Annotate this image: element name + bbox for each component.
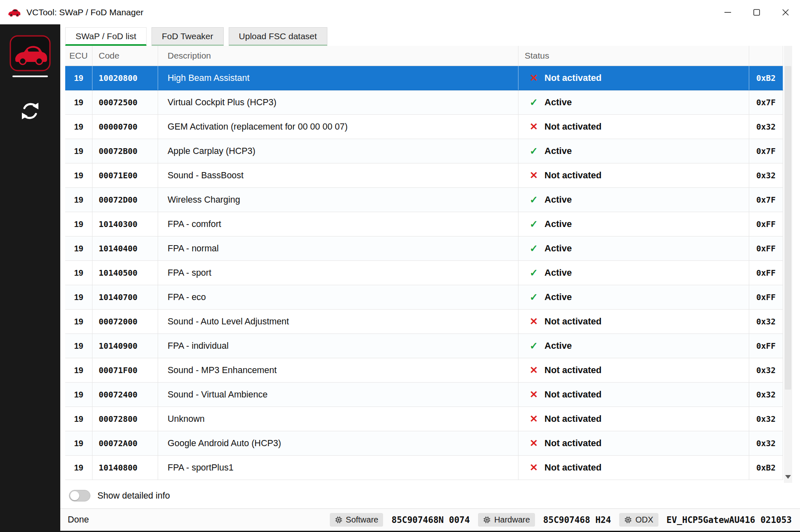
ecu-cell: 19	[65, 115, 92, 139]
tab-fod-tweaker[interactable]: FoD Tweaker	[151, 27, 224, 46]
value-cell: 0xFF	[749, 261, 783, 285]
minimize-button[interactable]	[713, 0, 742, 24]
column-header-status[interactable]: Status	[518, 46, 749, 66]
value-cell: 0x32	[749, 407, 783, 431]
check-icon: ✓	[530, 292, 538, 302]
scroll-down-button[interactable]	[784, 471, 792, 482]
value-cell: 0x32	[749, 310, 783, 333]
toggle-label: Show detailed info	[97, 491, 170, 501]
table-row[interactable]: 19 10140300 FPA - comfort ✓ Active 0xFF	[65, 212, 783, 236]
status-bar: Done Software 85C907468N 0074 Hardware 8…	[60, 508, 800, 531]
value-cell: 0x32	[749, 358, 783, 382]
refresh-button[interactable]	[19, 100, 41, 122]
code-cell: 10140400	[92, 236, 158, 260]
status-label: Active	[544, 267, 572, 278]
show-detailed-info-toggle[interactable]	[69, 490, 90, 501]
status-cell: ✓ Active	[518, 334, 749, 358]
odx-version: EV_HCP5GatewAU416 021053	[667, 515, 792, 525]
description-cell: FPA - sportPlus1	[158, 456, 518, 480]
status-text: Done	[68, 515, 89, 525]
table-row[interactable]: 19 10140500 FPA - sport ✓ Active 0xFF	[65, 261, 783, 285]
code-cell: 00071F00	[92, 358, 158, 382]
ecu-cell: 19	[65, 431, 92, 455]
description-cell: Sound - Virtual Ambience	[158, 383, 518, 407]
status-cell: ✕ Not activated	[518, 115, 749, 139]
status-cell: ✓ Active	[518, 139, 749, 163]
table-row[interactable]: 19 10140700 FPA - eco ✓ Active 0xFF	[65, 285, 783, 310]
detail-toggle-row: Show detailed info	[60, 483, 800, 508]
code-cell: 10140700	[92, 285, 158, 309]
value-cell: 0x32	[749, 383, 783, 407]
close-button[interactable]	[771, 0, 800, 24]
ecu-cell: 19	[65, 163, 92, 187]
value-cell: 0x7F	[749, 90, 783, 114]
cross-icon: ✕	[530, 390, 538, 400]
status-label: Not activated	[544, 462, 601, 473]
ecu-cell: 19	[65, 261, 92, 285]
check-icon: ✓	[530, 146, 538, 156]
sidebar	[0, 24, 60, 531]
window-controls	[713, 0, 800, 24]
status-label: Active	[544, 146, 572, 156]
vertical-scrollbar[interactable]	[784, 46, 792, 483]
table-row[interactable]: 19 00071E00 Sound - BassBoost ✕ Not acti…	[65, 163, 783, 188]
ecu-cell: 19	[65, 456, 92, 480]
status-label: Active	[544, 194, 572, 205]
column-header-code[interactable]: Code	[92, 46, 158, 66]
description-cell: FPA - eco	[158, 285, 518, 309]
table-row[interactable]: 19 10140900 FPA - individual ✓ Active 0x…	[65, 334, 783, 358]
value-cell: 0x32	[749, 431, 783, 455]
status-cell: ✕ Not activated	[518, 456, 749, 480]
value-cell: 0xFF	[749, 236, 783, 260]
table-row[interactable]: 19 00072B00 Apple Carplay (HCP3) ✓ Activ…	[65, 139, 783, 163]
status-label: Active	[544, 340, 572, 351]
status-label: Not activated	[544, 414, 601, 424]
table-row[interactable]: 19 00072500 Virtual Cockpit Plus (HCP3) …	[65, 90, 783, 115]
status-cell: ✕ Not activated	[518, 310, 749, 333]
column-header-value[interactable]	[749, 46, 783, 66]
main-panel: SWaP / FoD list FoD Tweaker Upload FSC d…	[60, 24, 800, 531]
status-label: Active	[544, 219, 572, 229]
table-row[interactable]: 19 10020800 High Beam Assistant ✕ Not ac…	[65, 66, 783, 90]
table-row[interactable]: 19 10140400 FPA - normal ✓ Active 0xFF	[65, 236, 783, 261]
column-header-ecu[interactable]: ECU	[65, 46, 92, 66]
table-row[interactable]: 19 00072400 Sound - Virtual Ambience ✕ N…	[65, 383, 783, 407]
software-version: 85C907468N 0074	[391, 515, 470, 525]
column-header-description[interactable]: Description	[158, 46, 518, 66]
description-cell: High Beam Assistant	[158, 66, 518, 90]
ecu-cell: 19	[65, 383, 92, 407]
scrollbar-thumb[interactable]	[785, 66, 791, 390]
tab-swap-fod-list[interactable]: SWaP / FoD list	[65, 27, 147, 46]
cross-icon: ✕	[530, 317, 538, 326]
value-cell: 0x7F	[749, 188, 783, 212]
cross-icon: ✕	[530, 463, 538, 473]
code-cell: 00072500	[92, 90, 158, 114]
table-row[interactable]: 19 10140800 FPA - sportPlus1 ✕ Not activ…	[65, 456, 783, 480]
value-cell: 0xB2	[749, 456, 783, 480]
status-cell: ✓ Active	[518, 188, 749, 212]
sidebar-divider	[12, 76, 48, 77]
chip-icon	[483, 516, 491, 524]
hardware-version: 85C907468 H24	[543, 515, 611, 525]
status-label: Active	[544, 97, 572, 108]
table-body: 19 10020800 High Beam Assistant ✕ Not ac…	[65, 66, 783, 480]
table-row[interactable]: 19 00072D00 Wireless Charging ✓ Active 0…	[65, 188, 783, 212]
code-cell: 00072D00	[92, 188, 158, 212]
table-row[interactable]: 19 00072800 Unknown ✕ Not activated 0x32	[65, 407, 783, 431]
app-logo-icon	[9, 34, 52, 72]
code-cell: 00072800	[92, 407, 158, 431]
status-label: Active	[544, 292, 572, 303]
status-label: Not activated	[544, 365, 601, 376]
table-row[interactable]: 19 00071F00 Sound - MP3 Enhancement ✕ No…	[65, 358, 783, 383]
value-cell: 0x32	[749, 115, 783, 139]
table-row[interactable]: 19 00000700 GEM Activation (replacement …	[65, 115, 783, 139]
ecu-cell: 19	[65, 90, 92, 114]
check-icon: ✓	[530, 219, 538, 229]
maximize-button[interactable]	[742, 0, 771, 24]
description-cell: FPA - normal	[158, 236, 518, 260]
status-cell: ✕ Not activated	[518, 163, 749, 187]
table-row[interactable]: 19 00072A00 Google Android Auto (HCP3) ✕…	[65, 431, 783, 456]
tab-upload-fsc-dataset[interactable]: Upload FSC dataset	[229, 27, 327, 46]
table-row[interactable]: 19 00072000 Sound - Auto Level Adjustmen…	[65, 310, 783, 334]
status-label: Not activated	[544, 121, 601, 132]
